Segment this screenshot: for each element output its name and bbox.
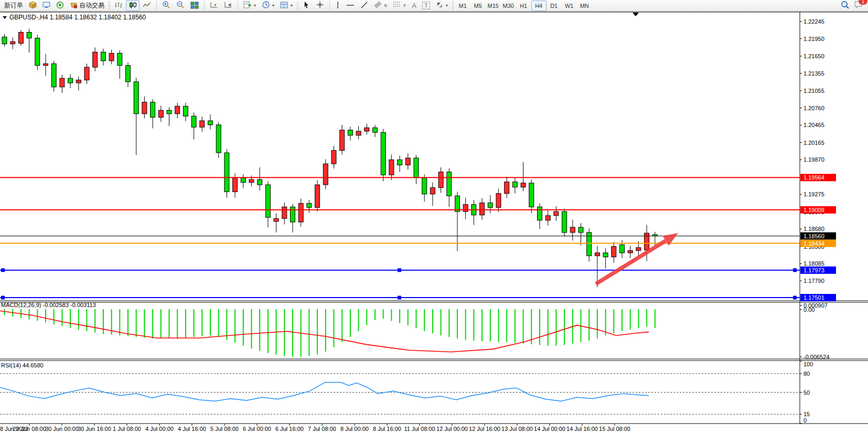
svg-text:8 Jul 00:00: 8 Jul 00:00 — [340, 426, 369, 432]
line-handle[interactable] — [793, 296, 797, 300]
candlestick-type-button[interactable] — [126, 0, 140, 11]
tile-windows-button[interactable] — [188, 0, 201, 11]
candle-body — [529, 183, 534, 207]
rsi-pane: 1008050150RSI(14) 44.6580 — [0, 361, 813, 424]
svg-text:1.17973: 1.17973 — [803, 267, 824, 273]
svg-text:1.21355: 1.21355 — [803, 70, 824, 77]
candle-body — [447, 172, 452, 196]
text-icon: A — [412, 2, 416, 9]
trendline-button[interactable] — [358, 0, 371, 11]
line-chart-type-button[interactable] — [140, 0, 154, 11]
symbol-dropdown-icon[interactable] — [3, 16, 7, 19]
timeframe-button-M1[interactable]: M1 — [455, 1, 470, 11]
zoom-out-button[interactable] — [174, 0, 187, 11]
candle-body — [241, 178, 245, 183]
candle-body — [126, 66, 131, 82]
candle-body — [44, 64, 48, 65]
auto-trading-button[interactable]: 自动交易 — [67, 0, 107, 11]
candle-body — [151, 102, 155, 118]
candle-body — [389, 160, 394, 175]
candle-body — [265, 185, 270, 217]
line-handle[interactable] — [398, 296, 401, 300]
period-clock-button[interactable]: ▾ — [259, 0, 277, 11]
arrows-button[interactable]: ▾ — [433, 0, 451, 11]
timeframe-button-M5[interactable]: M5 — [470, 1, 486, 11]
candle-body — [463, 205, 468, 212]
candle-body — [51, 64, 56, 87]
text-label-button[interactable]: T — [420, 0, 433, 11]
svg-text:1.18434: 1.18434 — [803, 240, 824, 247]
chart-shift-button[interactable] — [221, 0, 235, 11]
horizontal-line-button[interactable] — [344, 0, 357, 11]
svg-text:-0.006524: -0.006524 — [803, 354, 830, 360]
text-label-icon: T — [422, 2, 430, 9]
candle-body — [142, 102, 147, 114]
timeframe-button-M30[interactable]: M30 — [501, 1, 516, 11]
candle-body — [595, 253, 599, 256]
toolbar-separator — [329, 1, 330, 10]
candle-body — [430, 188, 435, 194]
auto-trading-label: 自动交易 — [79, 1, 104, 10]
horizontal-lines[interactable] — [0, 177, 800, 299]
notification-badge: 1 — [859, 0, 867, 5]
svg-text:1.18085: 1.18085 — [803, 260, 824, 267]
svg-text:1.21055: 1.21055 — [803, 88, 824, 94]
crosshair-icon — [316, 1, 324, 10]
toolbar-right-cluster: 1 — [841, 1, 866, 11]
line-handle[interactable] — [1, 268, 5, 272]
templates-button[interactable]: ▾ — [277, 0, 295, 11]
vertical-line-button[interactable] — [333, 0, 343, 11]
candle-body — [167, 110, 172, 114]
timeframe-button-M15[interactable]: M15 — [486, 1, 501, 11]
candle-body — [2, 37, 7, 44]
crosshair-button[interactable] — [313, 0, 327, 11]
candle-body — [414, 158, 419, 178]
channel-letter: E — [384, 3, 387, 8]
timeframe-button-D1[interactable]: D1 — [546, 1, 562, 11]
line-handle[interactable] — [1, 296, 5, 300]
market-watch-button[interactable] — [40, 0, 53, 11]
cursor-button[interactable] — [300, 0, 313, 11]
candle-body — [191, 116, 196, 127]
candle-body — [84, 67, 89, 80]
zoom-in-button[interactable] — [159, 0, 173, 11]
timeframe-button-MN[interactable]: MN — [577, 1, 592, 11]
line-handle[interactable] — [398, 268, 401, 272]
svg-text:11 Jul 08:00: 11 Jul 08:00 — [404, 426, 435, 432]
candle-body — [373, 128, 378, 132]
text-button[interactable]: A — [409, 0, 419, 11]
new-order-button[interactable]: 新订单 — [2, 0, 26, 11]
search-button[interactable] — [841, 1, 850, 11]
candle-body — [521, 183, 526, 187]
arrows-icon — [436, 1, 444, 10]
candle-body — [109, 53, 114, 60]
timeframe-group: M1M5M15M30H1H4D1W1MN — [455, 1, 592, 11]
svg-text:15 Jul 08:00: 15 Jul 08:00 — [599, 426, 630, 432]
auto-trading-icon — [70, 1, 78, 10]
chart-shift-marker[interactable] — [633, 13, 639, 16]
timeframe-button-H1[interactable]: H1 — [516, 1, 531, 11]
svg-text:6 Jul 00:00: 6 Jul 00:00 — [243, 426, 271, 432]
line-handle[interactable] — [793, 268, 797, 272]
symbol-ohlc-title: GBPUSD-,H4 1.18584 1.18632 1.18402 1.185… — [9, 14, 146, 21]
timeframe-button-H4[interactable]: H4 — [531, 1, 546, 11]
candle-body — [365, 128, 369, 131]
fibonacci-button[interactable]: F — [390, 0, 409, 11]
candle-body — [175, 106, 180, 113]
toolbar-separator — [238, 1, 238, 10]
chart-area[interactable]: 1.222451.219501.216501.213551.210551.207… — [0, 0, 868, 433]
toolbar: 新订单 自动交易 ▾ ▾ ▾ E F A T — [0, 0, 868, 12]
signals-button[interactable] — [53, 0, 67, 11]
bar-chart-type-button[interactable] — [112, 0, 125, 11]
chart-box-button[interactable] — [26, 0, 39, 11]
trend-arrow-annotation[interactable] — [596, 233, 678, 284]
candle-body — [381, 132, 385, 175]
candle-body — [488, 203, 492, 207]
box-icon — [29, 1, 37, 10]
chat-button[interactable]: 1 — [854, 1, 863, 10]
candle-body — [455, 196, 460, 212]
timeframe-button-W1[interactable]: W1 — [562, 1, 577, 11]
equidistant-channel-button[interactable]: E — [371, 0, 390, 11]
auto-scroll-button[interactable] — [207, 0, 221, 11]
new-chart-button[interactable]: ▾ — [241, 0, 259, 11]
